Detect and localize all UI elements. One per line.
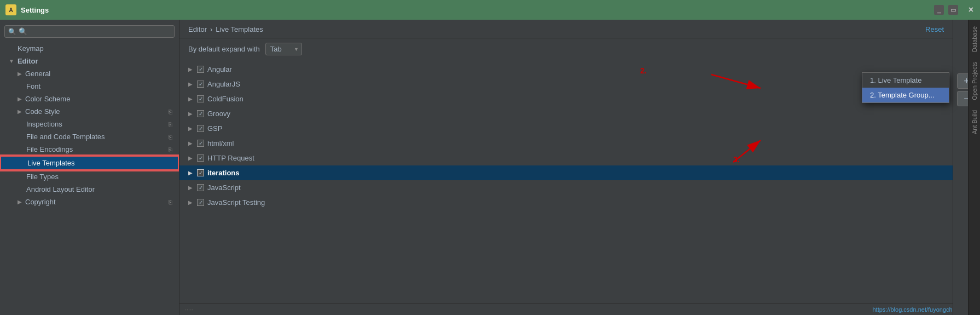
angular-arrow: ▶ (188, 66, 193, 72)
file-types-label: File Types (26, 173, 59, 181)
javascript-label: JavaScript (207, 184, 241, 192)
sidebar-item-color-scheme[interactable]: ▶ Color Scheme (0, 93, 179, 105)
angularjs-label: AngularJS (207, 80, 240, 88)
dropdown-live-template[interactable]: 1. Live Template (862, 73, 949, 88)
font-label: Font (26, 82, 40, 90)
toolbar: By default expand with Tab Enter Space (179, 38, 953, 60)
code-style-arrow: ▶ (18, 108, 22, 114)
sidebar-item-editor[interactable]: ▼ Editor (0, 55, 179, 67)
file-code-templates-label: File and Code Templates (26, 133, 105, 141)
breadcrumb-sep: › (210, 25, 212, 33)
iter-checkbox[interactable] (197, 169, 204, 176)
expand-select[interactable]: Tab Enter Space (265, 43, 302, 55)
content-area: Editor › Live Templates Reset By default… (179, 20, 953, 315)
maximize-button[interactable]: ▭ (948, 5, 958, 15)
right-side-tabs: Database Open Projects Ant Build (968, 20, 980, 315)
side-tab-ant-build[interactable]: Ant Build (970, 106, 979, 139)
main-container: 🔍 Keymap ▼ Editor ▶ General Font ▶ (0, 20, 980, 315)
sidebar-item-live-templates[interactable]: Live Templates (0, 156, 179, 170)
groovy-label: Groovy (207, 110, 230, 118)
editor-label: Editor (18, 57, 38, 65)
coldfusion-arrow: ▶ (188, 96, 193, 102)
gsp-label: GSP (207, 124, 222, 133)
template-item-html-xml[interactable]: ▶ html/xml (179, 136, 953, 151)
http-checkbox[interactable] (197, 154, 204, 162)
app-icon: A (5, 4, 16, 15)
search-box[interactable]: 🔍 (4, 25, 175, 38)
color-scheme-label: Color Scheme (25, 95, 70, 103)
fe-copy-icon: ⎘ (169, 146, 172, 153)
minimize-button[interactable]: ⎯ (934, 5, 944, 15)
sidebar-item-code-style[interactable]: ▶ Code Style ⎘ (0, 105, 179, 118)
template-item-angularjs[interactable]: ▶ AngularJS (179, 77, 953, 91)
database-tab-label: Database (971, 26, 978, 52)
coldfusion-checkbox[interactable] (197, 95, 204, 102)
angular-checkbox[interactable] (197, 66, 204, 73)
expand-label: By default expand with (188, 45, 260, 53)
copyright-label: Copyright (25, 198, 56, 206)
editor-arrow: ▼ (9, 58, 14, 64)
template-item-coldfusion[interactable]: ▶ ColdFusion (179, 91, 953, 106)
keymap-label: Keymap (18, 44, 44, 53)
groovy-checkbox[interactable] (197, 110, 204, 117)
general-label: General (25, 70, 50, 78)
js-checkbox[interactable] (197, 184, 204, 191)
template-item-javascript[interactable]: ▶ JavaScript (179, 180, 953, 195)
inspections-label: Inspections (26, 120, 62, 128)
side-tab-database[interactable]: Database (970, 22, 979, 56)
sidebar-item-android-layout[interactable]: Android Layout Editor (0, 183, 179, 196)
search-input[interactable] (19, 27, 171, 36)
code-style-label: Code Style (25, 107, 60, 116)
cs-arrow: ▶ (18, 96, 22, 102)
status-bar: ····· https://blog.csdn.net/fuyongchang (179, 303, 953, 315)
template-item-http-request[interactable]: ▶ HTTP Request (179, 151, 953, 165)
template-item-groovy[interactable]: ▶ Groovy (179, 106, 953, 121)
reset-button[interactable]: Reset (925, 25, 944, 33)
angularjs-arrow: ▶ (188, 81, 193, 87)
sidebar-item-inspections[interactable]: Inspections ⎘ (0, 118, 179, 130)
sidebar-item-general[interactable]: ▶ General (0, 67, 179, 80)
close-button[interactable]: × (969, 5, 973, 15)
file-encodings-label: File Encodings (26, 145, 73, 153)
inspections-copy-icon: ⎘ (169, 121, 172, 128)
html-xml-checkbox[interactable] (197, 140, 204, 147)
template-item-iterations[interactable]: ▶ iterations (179, 165, 953, 180)
groovy-arrow: ▶ (188, 111, 193, 117)
expand-select-wrapper[interactable]: Tab Enter Space (265, 43, 302, 55)
gsp-arrow: ▶ (188, 125, 193, 131)
sidebar-item-file-encodings[interactable]: File Encodings ⎘ (0, 143, 179, 156)
copyright-copy-icon: ⎘ (169, 199, 172, 205)
template-item-gsp[interactable]: ▶ GSP (179, 121, 953, 136)
javascript-testing-label: JavaScript Testing (207, 198, 265, 207)
template-group-option: 2. Template Group... (870, 91, 935, 99)
dropdown-template-group[interactable]: 2. Template Group... (862, 88, 949, 102)
sidebar-item-keymap[interactable]: Keymap (0, 42, 179, 55)
iterations-label: iterations (207, 169, 240, 177)
html-xml-label: html/xml (207, 139, 234, 147)
js-arrow: ▶ (188, 185, 193, 191)
side-tab-open-projects[interactable]: Open Projects (970, 58, 979, 105)
angularjs-checkbox[interactable] (197, 81, 204, 88)
jst-checkbox[interactable] (197, 199, 204, 206)
sidebar-item-font[interactable]: Font (0, 80, 179, 93)
template-item-javascript-testing[interactable]: ▶ JavaScript Testing (179, 195, 953, 210)
open-projects-tab-label: Open Projects (971, 62, 978, 100)
ant-build-tab-label: Ant Build (971, 110, 978, 134)
fct-copy-icon: ⎘ (169, 134, 172, 140)
sidebar-item-file-types[interactable]: File Types (0, 170, 179, 183)
window-title: Settings (21, 6, 49, 14)
gsp-checkbox[interactable] (197, 125, 204, 132)
live-templates-label: Live Templates (27, 159, 74, 167)
template-item-angular[interactable]: ▶ Angular (179, 62, 953, 77)
status-url: https://blog.csdn.net/fuyongchang (872, 306, 953, 313)
sidebar: 🔍 Keymap ▼ Editor ▶ General Font ▶ (0, 20, 179, 315)
live-template-option: 1. Live Template (870, 76, 921, 84)
search-icon: 🔍 (8, 28, 16, 36)
http-arrow: ▶ (188, 155, 193, 161)
template-list: ▶ Angular ▶ AngularJS ▶ ColdFusion ▶ Gro… (179, 60, 953, 315)
sidebar-item-copyright[interactable]: ▶ Copyright ⎘ (0, 196, 179, 208)
title-bar: A Settings ⎯ ▭ × (0, 0, 980, 20)
code-style-copy-icon: ⎘ (169, 108, 172, 115)
sidebar-item-file-code-templates[interactable]: File and Code Templates ⎘ (0, 130, 179, 143)
window-buttons: ⎯ ▭ (934, 5, 958, 15)
